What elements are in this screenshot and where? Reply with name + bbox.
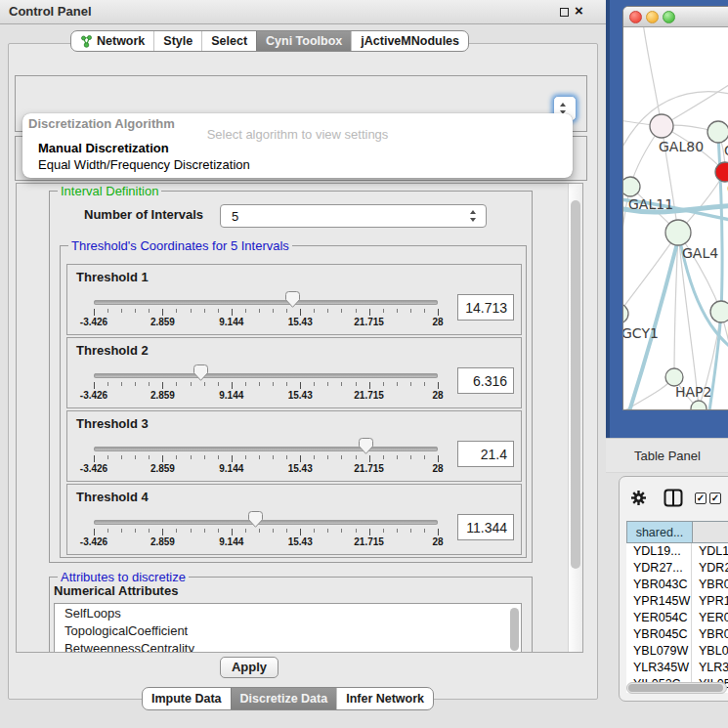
network-canvas[interactable]: GAL80GCGAL11GAL4GCY1HHAP2 [623,27,728,410]
slider-tick [232,529,233,535]
minimize-traffic-light[interactable] [646,11,659,23]
slider-tick [94,455,95,462]
table-row[interactable]: YER054CYER054C [626,610,728,626]
float-window-icon[interactable] [560,8,569,17]
slider-tick [245,455,246,459]
slider-tick [286,455,287,459]
network-node-GCY1[interactable] [623,304,628,323]
slider-track[interactable] [94,520,438,525]
slider-tick [218,382,219,386]
table-row[interactable]: YPR145WYPR145W [626,593,728,610]
cell-name[interactable]: YLR345W [692,660,728,676]
table-row[interactable]: YBR045CYBR045C [626,626,728,643]
cell-shared-name[interactable]: YER054C [626,610,692,626]
threshold-value-field[interactable]: 6.316 [457,367,514,394]
list-scrollbar-thumb[interactable] [510,608,519,651]
tab-jactivemnodules[interactable]: jActiveMNodules [351,31,468,51]
tab-impute-data[interactable]: Impute Data [143,688,231,709]
slider-track[interactable] [94,300,438,305]
table-row[interactable]: YDR27...YDR27... [626,560,728,577]
option-manual-discretization[interactable]: Manual Discretization [25,141,570,157]
slider-thumb[interactable] [285,291,300,308]
network-node-GAL80[interactable] [650,114,673,138]
network-node-GAL11[interactable] [623,177,640,196]
network-edge[interactable] [662,57,728,126]
number-of-intervals-combo[interactable]: 5 [220,204,487,228]
number-of-intervals-value: 5 [232,209,238,224]
cell-shared-name[interactable]: YBR043C [626,577,692,593]
select-none-checkbox-icon[interactable]: ✓ [709,492,721,504]
viewport-scrollbar-thumb[interactable] [571,200,580,569]
cell-shared-name[interactable]: YLR345W [626,660,692,676]
attribute-list-item[interactable]: BetweennessCentrality [55,639,521,653]
threshold-value-field[interactable]: 14.713 [457,294,514,321]
slider-tick [273,309,274,313]
slider-tick-label: 2.859 [150,390,175,401]
tab-cyni-toolbox[interactable]: Cyni Toolbox [256,31,351,51]
tab-discretize-data[interactable]: Discretize Data [231,688,337,709]
cell-shared-name[interactable]: YDL19... [626,543,692,560]
algorithm-placeholder-option: Select algorithm to view settings [22,127,573,142]
cell-name[interactable]: YDR27... [692,560,728,577]
table-row[interactable]: YDL19...YDL19... [626,543,728,560]
control-panel-title: Control Panel [9,4,92,19]
network-node-H[interactable] [710,301,728,322]
close-icon[interactable]: × [575,2,583,19]
tab-style[interactable]: Style [153,31,201,51]
cell-name[interactable]: YBR043C [692,577,728,593]
table-hscrollbar-track[interactable] [626,682,727,694]
show-columns-icon[interactable] [664,489,683,507]
tab-select[interactable]: Select [201,31,256,51]
column-header-shared-name[interactable]: shared... [627,522,693,542]
option-equal-width-frequency[interactable]: Equal Width/Frequency Discretization [25,157,570,174]
slider-thumb[interactable] [248,511,263,528]
slider-tick-label: -3.426 [80,536,107,547]
slider-tick [149,309,150,313]
cell-name[interactable]: YDL19... [692,543,728,560]
slider-track[interactable] [94,373,438,378]
slider-track[interactable] [94,447,438,451]
slider-tick [218,455,219,459]
column-header-name[interactable]: name [693,522,728,542]
table-row[interactable]: YLR345WYLR345W [626,660,728,676]
network-node[interactable] [691,401,707,410]
network-node-GAL4[interactable] [665,220,691,245]
gear-icon[interactable] [630,490,647,506]
select-all-checkbox-icon[interactable]: ✓ [695,492,707,504]
network-node-G[interactable] [707,121,728,143]
table-row[interactable]: YBR043CYBR043C [626,577,728,593]
network-node-C[interactable] [715,162,728,182]
table-panel-header: Table Panel [606,438,728,473]
cell-name[interactable]: YBL079W [692,643,728,660]
tab-network[interactable]: Network [71,31,153,51]
cell-shared-name[interactable]: YBR045C [626,626,692,643]
network-window-titlebar[interactable] [623,7,728,27]
network-edge[interactable] [643,27,662,126]
tab-infer-network[interactable]: Infer Network [336,688,433,709]
attribute-list-item[interactable]: SelfLoops [55,604,521,621]
threshold-label: Threshold 1 [76,270,149,284]
slider-tick [397,529,398,533]
slider-tick [107,309,108,313]
cell-name[interactable]: YPR145W [692,593,728,610]
apply-button[interactable]: Apply [220,657,278,678]
zoom-traffic-light[interactable] [663,11,675,23]
bottom-tab-bar: Impute Data Discretize Data Infer Networ… [142,687,434,710]
cell-name[interactable]: YBR045C [692,626,728,643]
network-edge-highlighted[interactable] [718,135,722,312]
cell-shared-name[interactable]: YDR27... [626,560,692,577]
cell-name[interactable]: YER054C [692,610,728,626]
table-hscrollbar-thumb[interactable] [628,684,723,692]
attribute-list-item[interactable]: TopologicalCoefficient [55,621,521,639]
close-traffic-light[interactable] [629,11,642,23]
slider-tick [259,529,260,533]
threshold-value-field[interactable]: 11.344 [457,514,514,540]
slider-thumb[interactable] [359,438,373,454]
threshold-value-field[interactable]: 21.4 [457,441,514,467]
slider-thumb[interactable] [193,364,208,381]
viewport-scrollbar-track[interactable] [568,184,582,652]
slider-tick-label: 21.715 [354,463,384,474]
cell-shared-name[interactable]: YPR145W [626,593,692,610]
cell-shared-name[interactable]: YBL079W [626,643,692,660]
table-row[interactable]: YBL079WYBL079W [626,643,728,660]
